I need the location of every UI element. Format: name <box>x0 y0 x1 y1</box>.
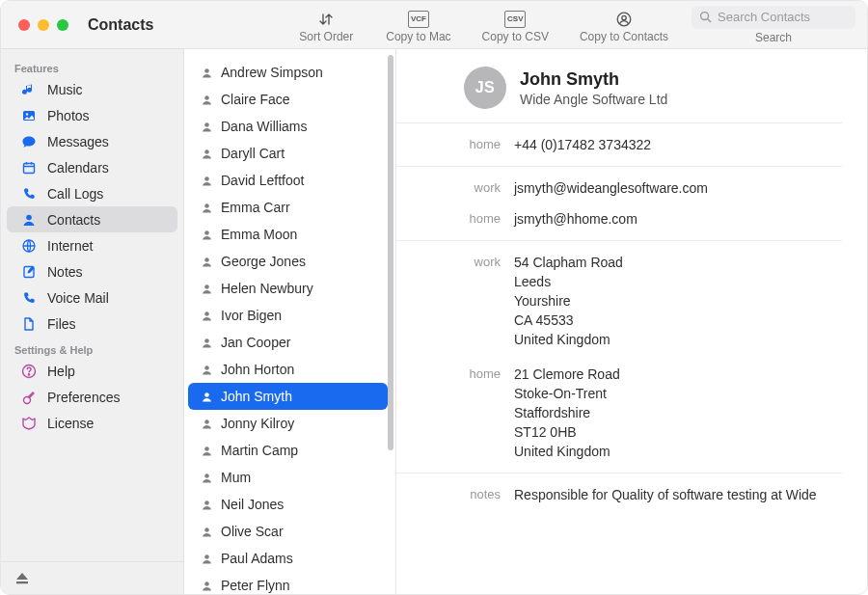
contact-row-name: Martin Camp <box>221 443 298 458</box>
toolbar: Contacts Sort Order VCF Copy to Mac CSV … <box>1 1 867 49</box>
search-input[interactable]: Search Contacts <box>692 6 855 29</box>
contact-row[interactable]: Paul Adams <box>188 545 388 572</box>
contact-row-name: Dana Williams <box>221 119 307 134</box>
email-home-value[interactable]: jsmyth@hhome.com <box>514 209 842 229</box>
avatar: JS <box>464 67 506 109</box>
contact-row[interactable]: Dana Williams <box>188 113 388 140</box>
minimize-window-button[interactable] <box>38 19 49 31</box>
contact-row[interactable]: Emma Moon <box>188 221 388 248</box>
person-icon <box>200 282 213 295</box>
contact-row[interactable]: Andrew Simpson <box>188 59 388 86</box>
globe-icon <box>20 237 38 255</box>
contact-row[interactable]: Mum <box>188 464 388 491</box>
phone-home-label: home <box>396 135 514 154</box>
sidebar-item-files[interactable]: Files <box>7 311 177 337</box>
contact-row-name: Neil Jones <box>221 497 284 512</box>
svg-point-31 <box>204 581 209 586</box>
sidebar-section-features: Features <box>1 59 183 76</box>
contact-row[interactable]: Ivor Bigen <box>188 302 388 329</box>
person-icon <box>200 255 213 268</box>
address-work-label: work <box>396 253 514 272</box>
sidebar-item-messages[interactable]: Messages <box>7 128 177 154</box>
contact-row-name: Peter Flynn <box>221 578 290 593</box>
contact-organization: Wide Angle Software Ltd <box>520 92 667 107</box>
copy-to-csv-button[interactable]: CSV Copy to CSV <box>482 11 549 43</box>
sidebar-item-music[interactable]: Music <box>7 76 177 102</box>
contact-row-name: Jan Cooper <box>221 335 290 350</box>
sidebar-item-label: Messages <box>47 134 109 149</box>
contact-row[interactable]: Jan Cooper <box>188 329 388 356</box>
contact-row[interactable]: Claire Face <box>188 86 388 113</box>
contact-row-name: Daryll Cart <box>221 146 285 161</box>
sidebar-item-license[interactable]: License <box>7 410 177 436</box>
contact-row[interactable]: George Jones <box>188 248 388 275</box>
contacts-scrollbar[interactable] <box>388 55 393 450</box>
svg-point-29 <box>204 527 209 532</box>
close-window-button[interactable] <box>18 19 30 31</box>
photos-icon <box>20 107 38 124</box>
phone-icon <box>20 185 38 203</box>
contact-row[interactable]: Jonny Kilroy <box>188 410 388 437</box>
contact-row[interactable]: Neil Jones <box>188 491 388 518</box>
copy-to-contacts-button[interactable]: Copy to Contacts <box>580 11 668 43</box>
svg-point-19 <box>204 257 209 262</box>
phone-home-value[interactable]: +44 (0)17482 3734322 <box>514 135 842 154</box>
contact-row-name: Claire Face <box>221 92 290 107</box>
window-title: Contacts <box>82 16 153 34</box>
person-icon <box>200 309 213 322</box>
contact-row[interactable]: Daryll Cart <box>188 140 388 167</box>
email-work-value[interactable]: jsmyth@wideanglesoftware.com <box>514 178 842 198</box>
person-icon <box>200 525 213 538</box>
phone-icon <box>20 289 38 307</box>
sidebar-item-label: Calendars <box>47 160 109 176</box>
sidebar-item-call-logs[interactable]: Call Logs <box>7 180 177 206</box>
window-controls <box>1 19 82 31</box>
person-icon <box>200 147 213 160</box>
help-icon <box>20 363 38 380</box>
copy-to-mac-button[interactable]: VCF Copy to Mac <box>386 11 450 43</box>
sidebar-item-voice-mail[interactable]: Voice Mail <box>7 284 177 311</box>
email-work-label: work <box>396 178 514 198</box>
svg-point-16 <box>204 176 209 181</box>
svg-point-23 <box>204 365 209 370</box>
sidebar-item-help[interactable]: Help <box>7 358 177 384</box>
sidebar-item-internet[interactable]: Internet <box>7 232 177 258</box>
contact-row-name: Jonny Kilroy <box>221 416 294 431</box>
sidebar-item-contacts[interactable]: Contacts <box>7 206 177 232</box>
sidebar-item-preferences[interactable]: Preferences <box>7 384 177 410</box>
sidebar-item-notes[interactable]: Notes <box>7 258 177 284</box>
sort-icon <box>318 11 334 28</box>
notes-value: Responsible for Quality of software test… <box>514 485 842 504</box>
sidebar: Features MusicPhotosMessagesCalendarsCal… <box>1 49 184 594</box>
zoom-window-button[interactable] <box>57 19 68 31</box>
person-icon <box>20 211 38 229</box>
contact-row[interactable]: Emma Carr <box>188 194 388 221</box>
sidebar-item-label: Music <box>47 82 83 97</box>
eject-icon[interactable] <box>14 573 30 584</box>
contact-row-name: Emma Moon <box>221 227 297 242</box>
notes-label: notes <box>396 485 514 504</box>
sidebar-item-calendars[interactable]: Calendars <box>7 154 177 180</box>
person-icon <box>200 174 213 187</box>
sort-order-button[interactable]: Sort Order <box>297 11 355 43</box>
sidebar-item-label: Call Logs <box>47 186 103 202</box>
svg-point-28 <box>204 500 209 505</box>
sidebar-item-photos[interactable]: Photos <box>7 102 177 128</box>
contact-row[interactable]: John Horton <box>188 356 388 383</box>
svg-point-6 <box>26 214 32 220</box>
contact-row[interactable]: Olive Scar <box>188 518 388 545</box>
svg-point-24 <box>204 392 209 397</box>
sidebar-item-label: Photos <box>47 108 90 123</box>
preferences-icon <box>20 389 38 406</box>
svg-point-22 <box>204 338 209 343</box>
contact-row[interactable]: David Leftfoot <box>188 167 388 194</box>
person-icon <box>200 498 213 511</box>
person-icon <box>200 66 213 79</box>
contact-row[interactable]: Helen Newbury <box>188 275 388 302</box>
contact-row[interactable]: Peter Flynn <box>188 572 388 594</box>
svg-point-13 <box>204 95 209 100</box>
svg-rect-5 <box>24 163 35 173</box>
contact-row[interactable]: Martin Camp <box>188 437 388 464</box>
contact-row[interactable]: John Smyth <box>188 383 388 410</box>
svg-point-30 <box>204 554 209 559</box>
